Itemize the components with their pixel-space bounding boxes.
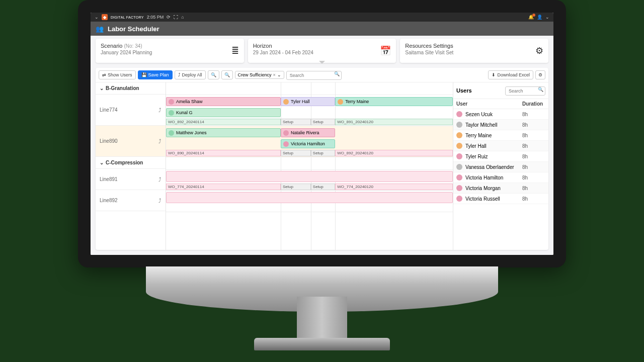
upload-icon[interactable]: ⤴ — [158, 138, 162, 144]
avatar — [456, 111, 462, 117]
user-name: Tyler Hall — [465, 143, 522, 149]
wo-setup[interactable]: Setup — [311, 119, 335, 125]
menu-chevron-icon[interactable]: ⌄ — [95, 15, 99, 20]
resources-title: Resources Settings — [405, 43, 543, 49]
users-panel: Users 🔍 User Duration Sezen Ucuk8hTay — [453, 82, 548, 250]
show-users-button[interactable]: ⇄ Show Users — [99, 70, 136, 79]
zoom-out-button[interactable]: 🔍 — [208, 70, 219, 79]
task-matthew-jones[interactable]: Matthew Jones — [166, 128, 281, 137]
user-row[interactable]: Taylor Mitchell8h — [453, 120, 548, 130]
user-row[interactable]: Victoria Morgan8h — [453, 183, 548, 194]
brand-text: DIGITAL FACTORY — [111, 16, 144, 19]
wo-setup[interactable]: Setup — [311, 150, 335, 156]
fullscreen-icon[interactable]: ⛶ — [174, 15, 178, 20]
gear-icon[interactable]: ⚙ — [535, 45, 543, 56]
users-list[interactable]: Sezen Ucuk8hTaylor Mitchell8hTerry Maine… — [453, 109, 548, 204]
group-c-compression[interactable]: ⌄C-Compression — [96, 157, 166, 169]
save-plan-button[interactable]: 💾 Save Plan — [138, 70, 173, 79]
calendar-icon[interactable]: 📅 — [380, 45, 391, 56]
deploy-all-button[interactable]: ⤴ Deploy All — [175, 70, 206, 79]
user-name: Vanessa Oberlaender — [465, 164, 522, 170]
avatar — [456, 143, 462, 149]
empty-task-line891[interactable] — [166, 171, 453, 182]
user-row[interactable]: Vanessa Oberlaender8h — [453, 162, 548, 172]
search-input[interactable] — [286, 71, 342, 80]
group-b-granulation[interactable]: ⌄B-Granulation — [96, 82, 166, 95]
wo-892-20240120[interactable]: WO_892_20240120 — [335, 150, 453, 156]
empty-task-line892[interactable] — [166, 192, 453, 203]
user-row[interactable]: Tyler Ruiz8h — [453, 151, 548, 162]
user-name: Victoria Russell — [465, 196, 522, 202]
user-duration: 8h — [522, 175, 545, 180]
avatar — [456, 164, 462, 170]
chip-remove-icon[interactable]: × — [273, 72, 275, 77]
user-duration: 8h — [522, 133, 545, 138]
wo-setup[interactable]: Setup — [281, 119, 311, 125]
scheduler-toolbar: ⇄ Show Users 💾 Save Plan ⤴ Deploy All 🔍 … — [96, 68, 548, 82]
gantt-row-line890: Matthew Jones Natalie Rivera Victoria Ha… — [166, 126, 453, 157]
scenario-list-icon[interactable]: ≣ — [231, 45, 239, 56]
user-row[interactable]: Victoria Hamilton8h — [453, 172, 548, 183]
scenario-title: Scenario — [101, 43, 122, 49]
wo-774-20240114[interactable]: WO_774_20240114 — [166, 184, 281, 190]
user-menu-chevron-icon[interactable]: ⌄ — [545, 15, 549, 20]
avatar — [456, 153, 462, 159]
refresh-icon[interactable]: ⟳ — [167, 15, 171, 20]
task-amelia-shaw[interactable]: Amelia Shaw — [166, 97, 281, 106]
filter-chip[interactable]: Crew Sufficiency × ⌄ — [235, 71, 284, 79]
user-row[interactable]: Sezen Ucuk8h — [453, 109, 548, 120]
task-terry-maine[interactable]: Terry Maine — [335, 97, 453, 106]
user-row[interactable]: Terry Maine8h — [453, 130, 548, 141]
avatar — [456, 185, 462, 191]
notifications-icon[interactable]: 🔔 — [528, 15, 534, 20]
line-label-line892: Line892⤴ — [96, 190, 166, 211]
users-panel-title: Users — [456, 87, 502, 94]
brand-logo-icon: ◆ — [102, 14, 108, 20]
scenario-card[interactable]: Scenario (No: 34) January 2024 Planning … — [96, 39, 244, 63]
horizon-caret-icon[interactable] — [319, 61, 325, 64]
user-duration: 8h — [522, 112, 545, 117]
user-name: Victoria Hamilton — [465, 175, 522, 180]
gantt-row-line891: WO_774_20240114 Setup Setup WO_774_20240… — [166, 170, 453, 191]
user-row[interactable]: Tyler Hall8h — [453, 141, 548, 151]
users-search-input[interactable] — [505, 86, 545, 96]
user-name: Terry Maine — [465, 133, 522, 138]
chevron-down-icon[interactable]: ⌄ — [277, 72, 281, 77]
user-name: Tyler Ruiz — [465, 154, 522, 159]
wo-892-20240114[interactable]: WO_892_20240114 — [166, 119, 281, 125]
gantt-timeline[interactable]: Amelia Shaw Tyler Hall Terry Maine Kunal… — [166, 82, 453, 250]
user-duration: 8h — [522, 143, 545, 149]
wo-setup[interactable]: Setup — [281, 184, 311, 190]
summary-cards: Scenario (No: 34) January 2024 Planning … — [91, 36, 553, 68]
scenario-number: (No: 34) — [124, 43, 142, 49]
toolbar-settings-button[interactable]: ⚙ — [535, 70, 545, 79]
user-duration: 8h — [522, 186, 545, 191]
wo-setup[interactable]: Setup — [311, 184, 335, 190]
zoom-in-button[interactable]: 🔍 — [221, 70, 233, 79]
page-title: Labor Scheduler — [108, 25, 159, 33]
wo-891-20240120[interactable]: WO_891_20240120 — [335, 119, 453, 125]
resources-card[interactable]: Resources Settings Saitama Site Visit Se… — [400, 39, 548, 63]
users-search[interactable]: 🔍 — [505, 85, 545, 96]
task-tyler-hall[interactable]: Tyler Hall — [281, 97, 335, 106]
upload-icon[interactable]: ⤴ — [158, 198, 162, 204]
horizon-card[interactable]: Horizon 29 Jan 2024 - 04 Feb 2024 📅 — [248, 39, 396, 63]
home-icon[interactable]: ⌂ — [181, 15, 184, 20]
task-victoria-hamilton[interactable]: Victoria Hamilton — [281, 139, 335, 148]
chevron-down-icon: ⌄ — [100, 85, 104, 91]
upload-icon[interactable]: ⤴ — [158, 176, 162, 183]
task-natalie-rivera[interactable]: Natalie Rivera — [281, 128, 335, 137]
upload-icon[interactable]: ⤴ — [158, 107, 162, 113]
user-menu-icon[interactable]: 👤 — [537, 15, 542, 20]
toolbar-search[interactable]: 🔍 — [286, 70, 342, 80]
user-row[interactable]: Victoria Russell8h — [453, 194, 548, 204]
system-topbar: ⌄ ◆ DIGITAL FACTORY 2:05 PM ⟳ ⛶ ⌂ 🔔 👤 ⌄ — [91, 13, 553, 22]
task-kunal-g[interactable]: Kunal G — [166, 108, 281, 117]
scenario-subtitle: January 2024 Planning — [101, 50, 239, 55]
wo-774-20240120[interactable]: WO_774_20240120 — [335, 184, 453, 190]
wo-890-20240114[interactable]: WO_890_20240114 — [166, 150, 281, 156]
resources-subtitle: Saitama Site Visit Set — [405, 50, 543, 55]
users-col-user: User — [456, 101, 522, 107]
download-excel-button[interactable]: ⬇ Download Excel — [488, 70, 533, 79]
wo-setup[interactable]: Setup — [281, 150, 311, 156]
